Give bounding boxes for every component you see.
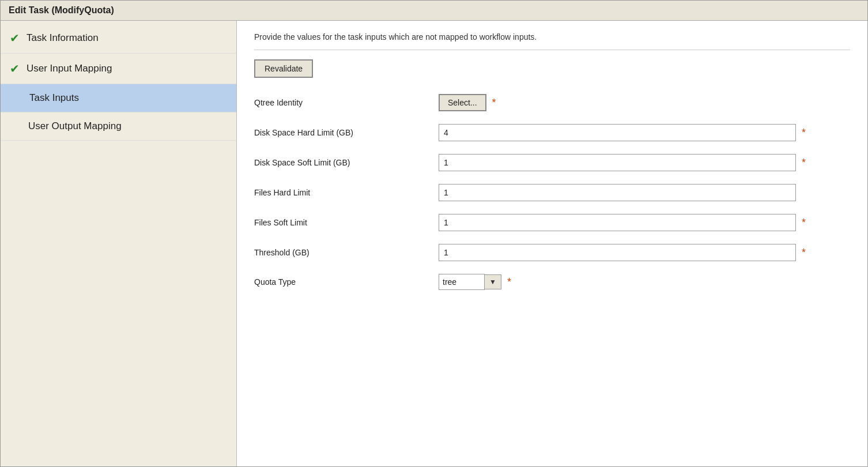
dropdown-select-quota-type[interactable]: treeusergroup [439, 274, 485, 290]
sidebar-item-user-input-mapping[interactable]: ✔User Input Mapping [1, 54, 236, 84]
form-label-qtree-identity: Qtree Identity [254, 98, 439, 107]
text-input-disk-space-hard-limit[interactable] [439, 124, 796, 141]
sidebar-item-label-user-input-mapping: User Input Mapping [27, 63, 112, 74]
required-star-disk-space-soft-limit: * [802, 157, 806, 169]
text-input-disk-space-soft-limit[interactable] [439, 154, 796, 171]
form-row-files-hard-limit: Files Hard Limit [254, 184, 850, 201]
form-control-area-disk-space-soft-limit: * [439, 154, 850, 171]
form-label-files-soft-limit: Files Soft Limit [254, 218, 439, 227]
text-input-files-soft-limit[interactable] [439, 214, 796, 231]
sidebar-item-label-task-inputs: Task Inputs [29, 92, 79, 104]
form-control-area-qtree-identity: Select...* [439, 94, 850, 111]
form-area: Qtree IdentitySelect...*Disk Space Hard … [254, 94, 850, 290]
form-row-disk-space-soft-limit: Disk Space Soft Limit (GB)* [254, 154, 850, 171]
form-control-area-files-soft-limit: * [439, 214, 850, 231]
window-title-bar: Edit Task (ModifyQuota) [1, 1, 867, 21]
form-label-disk-space-hard-limit: Disk Space Hard Limit (GB) [254, 128, 439, 137]
description-text: Provide the values for the task inputs w… [254, 32, 850, 50]
revalidate-button[interactable]: Revalidate [254, 59, 313, 78]
form-label-quota-type: Quota Type [254, 277, 439, 287]
form-control-area-quota-type: treeusergroup▼* [439, 274, 850, 290]
sidebar-item-user-output-mapping[interactable]: User Output Mapping [1, 112, 236, 141]
form-label-disk-space-soft-limit: Disk Space Soft Limit (GB) [254, 158, 439, 167]
check-icon: ✔ [10, 62, 20, 76]
required-star-files-soft-limit: * [802, 217, 806, 229]
content-area: ✔Task Information✔User Input MappingTask… [1, 21, 867, 466]
form-row-threshold: Threshold (GB)* [254, 244, 850, 261]
main-panel: Provide the values for the task inputs w… [237, 21, 867, 466]
form-label-threshold: Threshold (GB) [254, 248, 439, 257]
sidebar-item-task-information[interactable]: ✔Task Information [1, 23, 236, 54]
text-input-files-hard-limit[interactable] [439, 184, 796, 201]
form-row-quota-type: Quota Typetreeusergroup▼* [254, 274, 850, 290]
required-star-threshold: * [802, 247, 806, 259]
form-row-disk-space-hard-limit: Disk Space Hard Limit (GB)* [254, 124, 850, 141]
form-label-files-hard-limit: Files Hard Limit [254, 188, 439, 197]
required-star-qtree-identity: * [492, 97, 496, 109]
form-row-files-soft-limit: Files Soft Limit* [254, 214, 850, 231]
dropdown-arrow-button-quota-type[interactable]: ▼ [485, 274, 501, 289]
select-button-qtree-identity[interactable]: Select... [439, 94, 486, 111]
sidebar-item-label-task-information: Task Information [27, 32, 99, 44]
check-icon: ✔ [10, 31, 20, 45]
form-row-qtree-identity: Qtree IdentitySelect...* [254, 94, 850, 111]
required-star-quota-type: * [507, 276, 511, 288]
sidebar: ✔Task Information✔User Input MappingTask… [1, 21, 237, 466]
window-title: Edit Task (ModifyQuota) [9, 5, 114, 15]
window: Edit Task (ModifyQuota) ✔Task Informatio… [0, 0, 868, 467]
form-control-area-threshold: * [439, 244, 850, 261]
required-star-disk-space-hard-limit: * [802, 127, 806, 139]
sidebar-item-task-inputs[interactable]: Task Inputs [1, 84, 236, 112]
form-control-area-disk-space-hard-limit: * [439, 124, 850, 141]
sidebar-item-label-user-output-mapping: User Output Mapping [28, 120, 122, 132]
dropdown-group-quota-type: treeusergroup▼ [439, 274, 501, 290]
form-control-area-files-hard-limit [439, 184, 850, 201]
text-input-threshold[interactable] [439, 244, 796, 261]
